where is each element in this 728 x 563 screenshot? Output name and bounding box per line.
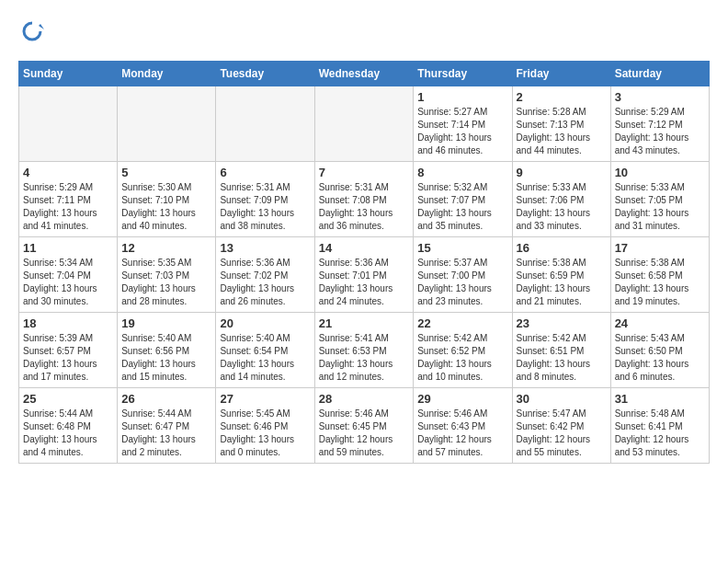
calendar-cell: 19Sunrise: 5:40 AM Sunset: 6:56 PM Dayli… xyxy=(118,313,216,388)
week-row-4: 18Sunrise: 5:39 AM Sunset: 6:57 PM Dayli… xyxy=(19,313,710,388)
day-info: Sunrise: 5:47 AM Sunset: 6:42 PM Dayligh… xyxy=(517,408,607,459)
calendar-cell: 7Sunrise: 5:31 AM Sunset: 7:08 PM Daylig… xyxy=(314,162,414,237)
day-number: 11 xyxy=(23,241,113,255)
calendar-cell: 15Sunrise: 5:37 AM Sunset: 7:00 PM Dayli… xyxy=(414,237,512,313)
week-row-2: 4Sunrise: 5:29 AM Sunset: 7:11 PM Daylig… xyxy=(19,162,710,237)
calendar-cell xyxy=(118,86,216,162)
day-info: Sunrise: 5:33 AM Sunset: 7:06 PM Dayligh… xyxy=(517,181,607,233)
logo-icon xyxy=(18,18,46,46)
day-number: 28 xyxy=(319,392,410,406)
day-number: 4 xyxy=(23,166,113,179)
day-number: 1 xyxy=(417,90,507,104)
day-info: Sunrise: 5:38 AM Sunset: 6:58 PM Dayligh… xyxy=(615,257,705,308)
day-info: Sunrise: 5:28 AM Sunset: 7:13 PM Dayligh… xyxy=(517,106,607,157)
day-info: Sunrise: 5:43 AM Sunset: 6:50 PM Dayligh… xyxy=(615,332,705,384)
week-row-1: 1Sunrise: 5:27 AM Sunset: 7:14 PM Daylig… xyxy=(19,86,710,162)
day-info: Sunrise: 5:39 AM Sunset: 6:57 PM Dayligh… xyxy=(23,332,113,384)
day-info: Sunrise: 5:44 AM Sunset: 6:47 PM Dayligh… xyxy=(121,408,211,459)
calendar-cell: 27Sunrise: 5:45 AM Sunset: 6:46 PM Dayli… xyxy=(216,388,314,464)
logo xyxy=(18,18,48,46)
day-number: 2 xyxy=(517,90,607,104)
day-info: Sunrise: 5:32 AM Sunset: 7:07 PM Dayligh… xyxy=(417,181,507,233)
calendar-cell: 3Sunrise: 5:29 AM Sunset: 7:12 PM Daylig… xyxy=(610,86,709,162)
day-info: Sunrise: 5:40 AM Sunset: 6:56 PM Dayligh… xyxy=(121,332,211,384)
day-number: 6 xyxy=(220,166,310,179)
day-number: 9 xyxy=(517,166,607,179)
calendar-cell: 18Sunrise: 5:39 AM Sunset: 6:57 PM Dayli… xyxy=(19,313,118,388)
day-info: Sunrise: 5:36 AM Sunset: 7:02 PM Dayligh… xyxy=(220,257,310,308)
calendar-cell xyxy=(19,86,118,162)
day-number: 10 xyxy=(615,166,705,179)
calendar-cell: 12Sunrise: 5:35 AM Sunset: 7:03 PM Dayli… xyxy=(118,237,216,313)
weekday-friday: Friday xyxy=(512,62,610,86)
day-number: 29 xyxy=(417,392,507,406)
weekday-saturday: Saturday xyxy=(610,62,709,86)
day-info: Sunrise: 5:41 AM Sunset: 6:53 PM Dayligh… xyxy=(319,332,410,384)
day-number: 15 xyxy=(417,241,507,255)
svg-marker-0 xyxy=(39,24,44,29)
day-number: 22 xyxy=(417,316,507,330)
calendar-cell: 16Sunrise: 5:38 AM Sunset: 6:59 PM Dayli… xyxy=(512,237,610,313)
day-info: Sunrise: 5:44 AM Sunset: 6:48 PM Dayligh… xyxy=(23,408,113,459)
calendar-cell: 5Sunrise: 5:30 AM Sunset: 7:10 PM Daylig… xyxy=(118,162,216,237)
day-info: Sunrise: 5:46 AM Sunset: 6:45 PM Dayligh… xyxy=(319,408,410,459)
day-number: 24 xyxy=(615,316,705,330)
calendar-cell: 17Sunrise: 5:38 AM Sunset: 6:58 PM Dayli… xyxy=(610,237,709,313)
day-number: 30 xyxy=(517,392,607,406)
day-info: Sunrise: 5:42 AM Sunset: 6:52 PM Dayligh… xyxy=(417,332,507,384)
day-number: 21 xyxy=(319,316,410,330)
day-info: Sunrise: 5:29 AM Sunset: 7:12 PM Dayligh… xyxy=(615,106,705,157)
day-info: Sunrise: 5:45 AM Sunset: 6:46 PM Dayligh… xyxy=(220,408,310,459)
calendar-cell: 22Sunrise: 5:42 AM Sunset: 6:52 PM Dayli… xyxy=(414,313,512,388)
day-number: 3 xyxy=(615,90,705,104)
weekday-thursday: Thursday xyxy=(414,62,512,86)
day-number: 18 xyxy=(23,316,113,330)
weekday-sunday: Sunday xyxy=(19,62,118,86)
day-info: Sunrise: 5:35 AM Sunset: 7:03 PM Dayligh… xyxy=(121,257,211,308)
day-info: Sunrise: 5:38 AM Sunset: 6:59 PM Dayligh… xyxy=(517,257,607,308)
day-number: 7 xyxy=(319,166,410,179)
day-number: 12 xyxy=(121,241,211,255)
calendar-cell: 25Sunrise: 5:44 AM Sunset: 6:48 PM Dayli… xyxy=(19,388,118,464)
week-row-3: 11Sunrise: 5:34 AM Sunset: 7:04 PM Dayli… xyxy=(19,237,710,313)
calendar-cell: 6Sunrise: 5:31 AM Sunset: 7:09 PM Daylig… xyxy=(216,162,314,237)
calendar-cell: 1Sunrise: 5:27 AM Sunset: 7:14 PM Daylig… xyxy=(414,86,512,162)
calendar-cell xyxy=(314,86,414,162)
day-number: 26 xyxy=(121,392,211,406)
day-number: 5 xyxy=(121,166,211,179)
day-number: 17 xyxy=(615,241,705,255)
day-number: 14 xyxy=(319,241,410,255)
day-info: Sunrise: 5:33 AM Sunset: 7:05 PM Dayligh… xyxy=(615,181,705,233)
day-info: Sunrise: 5:36 AM Sunset: 7:01 PM Dayligh… xyxy=(319,257,410,308)
weekday-header-row: SundayMondayTuesdayWednesdayThursdayFrid… xyxy=(19,62,710,86)
weekday-wednesday: Wednesday xyxy=(314,62,414,86)
day-info: Sunrise: 5:37 AM Sunset: 7:00 PM Dayligh… xyxy=(417,257,507,308)
calendar: SundayMondayTuesdayWednesdayThursdayFrid… xyxy=(18,61,710,464)
day-info: Sunrise: 5:34 AM Sunset: 7:04 PM Dayligh… xyxy=(23,257,113,308)
weekday-monday: Monday xyxy=(118,62,216,86)
calendar-cell: 2Sunrise: 5:28 AM Sunset: 7:13 PM Daylig… xyxy=(512,86,610,162)
day-info: Sunrise: 5:48 AM Sunset: 6:41 PM Dayligh… xyxy=(615,408,705,459)
page-header xyxy=(18,18,710,46)
calendar-cell: 26Sunrise: 5:44 AM Sunset: 6:47 PM Dayli… xyxy=(118,388,216,464)
calendar-cell: 4Sunrise: 5:29 AM Sunset: 7:11 PM Daylig… xyxy=(19,162,118,237)
day-number: 13 xyxy=(220,241,310,255)
day-number: 23 xyxy=(517,316,607,330)
day-number: 19 xyxy=(121,316,211,330)
day-info: Sunrise: 5:31 AM Sunset: 7:08 PM Dayligh… xyxy=(319,181,410,233)
calendar-cell: 28Sunrise: 5:46 AM Sunset: 6:45 PM Dayli… xyxy=(314,388,414,464)
calendar-cell: 29Sunrise: 5:46 AM Sunset: 6:43 PM Dayli… xyxy=(414,388,512,464)
week-row-5: 25Sunrise: 5:44 AM Sunset: 6:48 PM Dayli… xyxy=(19,388,710,464)
day-number: 27 xyxy=(220,392,310,406)
calendar-cell: 10Sunrise: 5:33 AM Sunset: 7:05 PM Dayli… xyxy=(610,162,709,237)
day-number: 16 xyxy=(517,241,607,255)
calendar-cell: 24Sunrise: 5:43 AM Sunset: 6:50 PM Dayli… xyxy=(610,313,709,388)
calendar-cell: 11Sunrise: 5:34 AM Sunset: 7:04 PM Dayli… xyxy=(19,237,118,313)
day-info: Sunrise: 5:40 AM Sunset: 6:54 PM Dayligh… xyxy=(220,332,310,384)
day-number: 31 xyxy=(615,392,705,406)
day-number: 25 xyxy=(23,392,113,406)
day-number: 20 xyxy=(220,316,310,330)
calendar-cell: 30Sunrise: 5:47 AM Sunset: 6:42 PM Dayli… xyxy=(512,388,610,464)
calendar-cell: 8Sunrise: 5:32 AM Sunset: 7:07 PM Daylig… xyxy=(414,162,512,237)
calendar-cell: 9Sunrise: 5:33 AM Sunset: 7:06 PM Daylig… xyxy=(512,162,610,237)
